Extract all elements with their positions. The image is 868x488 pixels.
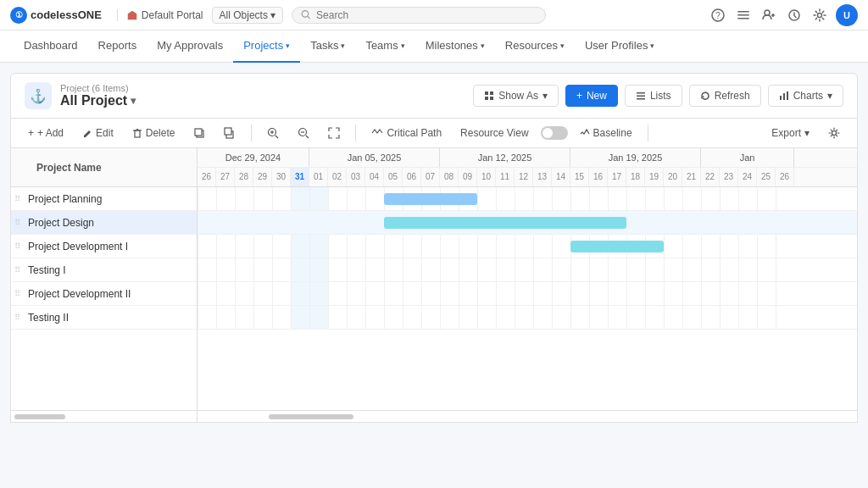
svg-rect-12 [485,92,488,95]
baseline-button[interactable]: Baseline [573,124,639,142]
left-scroll-thumb[interactable] [14,414,65,419]
week-label-2: Jan 12, 2025 [440,148,570,167]
chart-icon [779,91,789,101]
zoom-out-button[interactable] [291,124,316,142]
nav-item-resources[interactable]: Resources▾ [495,30,575,63]
bar-row-2[interactable] [198,235,857,258]
svg-rect-13 [490,92,493,95]
portal-badge[interactable]: Default Portal [117,9,203,21]
nav-bar: Dashboard Reports My Approvals Projects▾… [0,30,868,63]
gantt-chart: Project Name ⠿Project Planning⋮⠿Project … [10,148,858,411]
day-cell-15: 10 [477,168,496,186]
bar-row-5[interactable] [198,306,857,330]
chevron-down-icon: ▾ [270,9,275,21]
delete-button[interactable]: Delete [125,124,182,142]
drag-handle-4[interactable]: ⠿ [14,289,28,298]
show-as-button[interactable]: Show As ▾ [473,85,559,107]
project-title-area: ⚓ Project (6 Items) All Project ▾ [25,82,136,109]
refresh-button[interactable]: Refresh [689,85,761,107]
bar-row-1[interactable] [198,211,857,235]
toggle-knob [542,128,553,138]
charts-button[interactable]: Charts ▾ [768,85,843,107]
gantt-column-header: Project Name [11,148,197,187]
edit-button[interactable]: Edit [75,124,120,142]
critical-path-button[interactable]: Critical Path [364,124,448,142]
plus-icon: + [576,90,582,102]
day-cell-6: 01 [309,168,328,186]
avatar[interactable]: U [836,4,858,26]
fullscreen-button[interactable] [321,124,347,142]
gantt-bar-2[interactable] [570,241,664,252]
copy-button[interactable] [186,124,212,142]
projects-arrow: ▾ [286,42,290,50]
resource-view-button[interactable]: Resource View [453,124,535,142]
all-objects-dropdown[interactable]: All Objects ▾ [212,7,283,24]
expand-icon [328,127,340,139]
gantt-row-left-5[interactable]: ⠿Testing II⋮ [11,306,197,330]
day-cell-12: 07 [421,168,440,186]
nav-item-userprofiles[interactable]: User Profiles▾ [575,30,665,63]
project-name: All Project ▾ [60,93,136,108]
left-scrollbar[interactable] [11,411,198,422]
export-button[interactable]: Export ▾ [765,124,816,142]
export-arrow: ▾ [804,127,810,139]
menu-icon[interactable] [734,6,753,25]
svg-point-36 [832,131,837,136]
nav-item-milestones[interactable]: Milestones▾ [415,30,495,63]
project-name-arrow[interactable]: ▾ [131,95,136,107]
nav-item-teams[interactable]: Teams▾ [355,30,415,63]
zoom-in-button[interactable] [260,124,286,142]
gantt-settings-button[interactable] [821,124,847,142]
baseline-icon [580,128,590,138]
right-scroll-thumb[interactable] [269,414,353,419]
gantt-bar-0[interactable] [384,193,477,205]
history-icon[interactable] [785,6,804,25]
drag-handle-2[interactable]: ⠿ [14,241,28,251]
charts-arrow: ▾ [827,90,832,102]
duplicate-button[interactable] [217,124,242,142]
gantt-row-left-4[interactable]: ⠿Project Development II⋮ [11,282,197,306]
nav-item-tasks[interactable]: Tasks▾ [300,30,355,63]
nav-item-dashboard[interactable]: Dashboard [14,30,88,63]
day-cell-11: 06 [403,168,421,186]
project-labels: Project (6 Items) All Project ▾ [60,83,136,108]
gantt-bar-1[interactable] [384,217,626,229]
svg-line-1 [308,16,310,19]
row-name-2: Project Development I [28,241,175,252]
drag-handle-0[interactable]: ⠿ [14,194,28,203]
nav-item-reports[interactable]: Reports [88,30,147,63]
svg-rect-22 [135,130,140,137]
lists-button[interactable]: Lists [625,85,682,107]
drag-handle-3[interactable]: ⠿ [14,265,28,274]
bar-row-4[interactable] [198,282,857,306]
drag-handle-1[interactable]: ⠿ [14,218,28,227]
gantt-row-left-3[interactable]: ⠿Testing I⋮ [11,258,197,282]
gantt-row-left-0[interactable]: ⠿Project Planning⋮ [11,187,197,211]
zoom-out-icon [298,127,309,139]
nav-item-approvals[interactable]: My Approvals [147,30,233,63]
add-button[interactable]: + + Add [21,124,70,142]
drag-handle-5[interactable]: ⠿ [14,313,28,322]
gantt-row-left-1[interactable]: ⠿Project Design⋮ [11,211,197,235]
gantt-row-left-2[interactable]: ⠿Project Development I⋮ [11,235,197,258]
day-cell-13: 08 [440,168,459,186]
svg-line-30 [275,136,278,138]
nav-item-projects[interactable]: Projects▾ [233,30,300,63]
user-add-icon[interactable] [760,6,778,25]
right-scrollbar[interactable] [198,411,857,422]
toolbar-divider-2 [355,125,356,141]
svg-rect-5 [737,14,749,16]
day-cell-29: 24 [738,168,757,186]
bar-row-0[interactable] [198,187,857,211]
app-logo[interactable]: ① codelessONE [10,7,102,24]
day-cell-4: 30 [272,168,291,186]
new-button[interactable]: + New [565,85,618,107]
toggle-control[interactable] [541,126,568,140]
gantt-right-panel[interactable]: Dec 29, 2024Jan 05, 2025Jan 12, 2025Jan … [198,148,857,410]
bar-row-3[interactable] [198,258,857,282]
tasks-arrow: ▾ [341,42,345,50]
help-icon[interactable]: ? [709,6,727,25]
svg-rect-17 [637,96,645,97]
search-input[interactable] [316,9,537,21]
settings-icon[interactable] [810,6,829,25]
